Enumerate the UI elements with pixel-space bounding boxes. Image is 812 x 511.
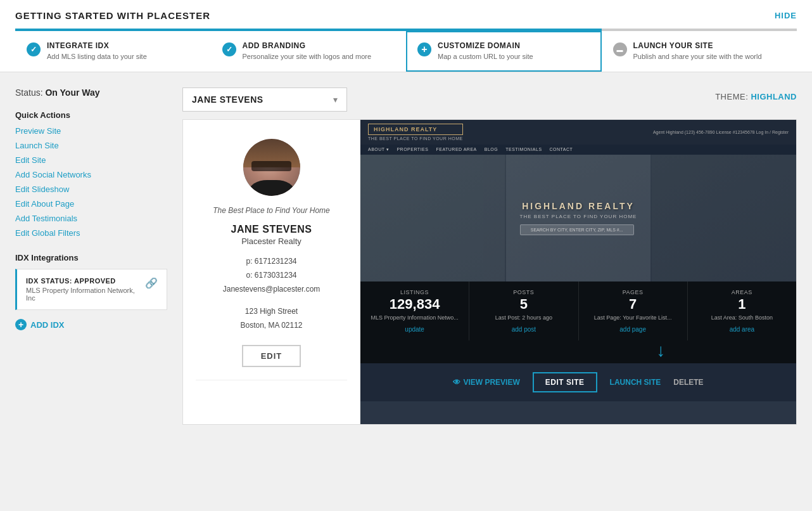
profile-address: 123 High Street Boston, MA 02112	[240, 305, 302, 332]
idx-integrations-section: IDX Integrations IDX STATUS: APPROVED ML…	[15, 253, 167, 330]
stat-listings-number: 129,834	[390, 297, 440, 311]
hide-button[interactable]: HIDE	[775, 11, 797, 20]
quick-link-add-testimonials[interactable]: Add Testimonials	[15, 214, 167, 223]
main-area: Status: On Your Way Quick Actions Previe…	[0, 72, 812, 482]
stat-pages-number: 7	[629, 297, 637, 311]
stat-pages-label: PAGES	[623, 289, 644, 295]
step-check-icon-1: ✓	[27, 42, 41, 56]
status-line: Status: On Your Way	[15, 87, 167, 98]
stat-posts-label: POSTS	[513, 289, 534, 295]
step-desc-3: Map a custom URL to your site	[438, 52, 533, 61]
stat-areas: AREAS 1 Last Area: South Boston add area	[688, 281, 796, 340]
idx-card-provider: MLS Property Information Network, Inc	[26, 287, 145, 302]
arrow-container: ↓	[360, 340, 796, 363]
step-add-branding[interactable]: ✓ ADD BRANDING Personalize your site wit…	[211, 31, 407, 72]
profile-company: Placester Realty	[241, 236, 301, 246]
site-selector-dropdown[interactable]: JANE STEVENS ▾	[182, 87, 347, 112]
site-selector-name: JANE STEVENS	[192, 94, 263, 105]
right-content: JANE STEVENS ▾ THEME: HIGHLAND The Be	[182, 87, 797, 467]
step-desc-2: Personalize your site with logos and mor…	[243, 52, 372, 61]
avatar-image	[243, 139, 300, 196]
quick-link-launch-site[interactable]: Launch Site	[15, 141, 167, 150]
view-preview-button[interactable]: 👁 VIEW PREVIEW	[453, 378, 519, 387]
quick-link-edit-site[interactable]: Edit Site	[15, 155, 167, 165]
fake-hero-sub: The best place to find your home	[520, 214, 637, 219]
avatar	[243, 139, 300, 196]
quick-link-preview-site[interactable]: Preview Site	[15, 126, 167, 136]
add-idx-plus-icon: +	[15, 319, 27, 330]
stat-listings-action[interactable]: update	[405, 326, 424, 333]
step-customize-domain[interactable]: + CUSTOMIZE DOMAIN Map a custom URL to y…	[406, 31, 602, 72]
quick-link-edit-about[interactable]: Edit About Page	[15, 199, 167, 209]
bottom-action-bar: 👁 VIEW PREVIEW EDIT SITE LAUNCH SITE DEL…	[360, 363, 796, 401]
step-integrate-idx[interactable]: ✓ INTEGRATE IDX Add MLS listing data to …	[15, 31, 211, 72]
stat-pages: PAGES 7 Last Page: Your Favorite List...…	[579, 281, 688, 340]
banner-title: GETTING STARTED WITH PLACESTER	[15, 10, 210, 21]
fake-hero-brand: HIGHLAND REALTY	[520, 201, 637, 211]
divider	[196, 380, 347, 380]
stat-areas-number: 1	[738, 297, 745, 311]
site-preview-container: The Best Place to Find Your Home JANE ST…	[182, 119, 797, 425]
chevron-down-icon: ▾	[333, 94, 338, 105]
stat-areas-label: AREAS	[732, 289, 752, 295]
stat-areas-desc: Last Area: South Boston	[711, 314, 773, 322]
fake-hero: HIGHLAND REALTY The best place to find y…	[360, 155, 796, 281]
delete-button[interactable]: DELETE	[673, 378, 703, 387]
stat-pages-action[interactable]: add page	[619, 326, 646, 333]
launch-site-button[interactable]: LAUNCH SITE	[610, 378, 661, 387]
fake-search-bar: SEARCH BY CITY, ENTER CITY, ZIP, MLS #..…	[520, 224, 634, 235]
profile-tagline: The Best Place to Find Your Home	[213, 206, 330, 215]
stat-pages-desc: Last Page: Your Favorite List...	[594, 314, 672, 322]
idx-link-icon[interactable]: 🔗	[145, 277, 158, 289]
step-check-icon-2: ✓	[222, 42, 236, 56]
eye-icon: 👁	[453, 378, 460, 387]
theme-name: HIGHLAND	[751, 92, 797, 101]
fake-site-header: HIGHLAND REALTY THE BEST PLACE TO FIND Y…	[360, 120, 796, 145]
step-desc-4: Publish and share your site with the wor…	[633, 52, 762, 61]
edit-site-button[interactable]: EDIT SITE	[533, 372, 597, 392]
idx-integrations-heading: IDX Integrations	[15, 253, 167, 262]
quick-actions-heading: Quick Actions	[15, 110, 167, 120]
profile-edit-button[interactable]: EDIT	[242, 345, 301, 367]
stat-listings: LISTINGS 129,834 MLS Property Informatio…	[360, 281, 469, 340]
quick-link-add-social[interactable]: Add Social Networks	[15, 170, 167, 179]
idx-card-status: IDX STATUS: APPROVED	[26, 277, 145, 285]
step-launch-site[interactable]: ▬ LAUNCH YOUR SITE Publish and share you…	[602, 31, 797, 72]
profile-contact: p: 6171231234 o: 6173031234 Janestevens@…	[223, 255, 320, 296]
stat-posts-action[interactable]: add post	[512, 326, 536, 333]
fake-site-nav-bar: ABOUT ▾ PROPERTIES FEATURED AREA BLOG TE…	[360, 145, 796, 155]
stat-areas-action[interactable]: add area	[730, 326, 754, 333]
stat-posts-desc: Last Post: 2 hours ago	[495, 314, 552, 322]
step-title-4: LAUNCH YOUR SITE	[633, 41, 762, 50]
quick-link-edit-global[interactable]: Edit Global Filters	[15, 228, 167, 238]
step-desc-1: Add MLS listing data to your site	[47, 52, 147, 61]
profile-name: JANE STEVENS	[231, 224, 312, 235]
add-idx-label: ADD IDX	[30, 320, 64, 330]
top-controls-row: JANE STEVENS ▾ THEME: HIGHLAND	[182, 87, 797, 112]
quick-link-edit-slideshow[interactable]: Edit Slideshow	[15, 184, 167, 194]
idx-card: IDX STATUS: APPROVED MLS Property Inform…	[15, 269, 167, 310]
theme-display: THEME: HIGHLAND	[715, 92, 797, 101]
step-plus-icon: +	[417, 42, 431, 56]
step-title-2: ADD BRANDING	[243, 41, 372, 50]
stat-listings-label: LISTINGS	[400, 289, 429, 295]
stats-bar: LISTINGS 129,834 MLS Property Informatio…	[360, 281, 796, 340]
getting-started-banner: GETTING STARTED WITH PLACESTER HIDE ✓ IN…	[0, 0, 812, 72]
fake-site-nav-right: Agent Highland (123) 456-7890 License #1…	[653, 130, 789, 134]
stat-posts-number: 5	[520, 297, 528, 311]
stat-listings-desc: MLS Property Information Netwo...	[371, 314, 459, 322]
steps-container: ✓ INTEGRATE IDX Add MLS listing data to …	[15, 31, 797, 72]
status-value: On Your Way	[45, 87, 99, 98]
add-idx-button[interactable]: + ADD IDX	[15, 319, 167, 330]
step-title-1: INTEGRATE IDX	[47, 41, 147, 50]
left-sidebar: Status: On Your Way Quick Actions Previe…	[15, 87, 167, 467]
down-arrow-icon: ↓	[657, 340, 666, 363]
profile-card: The Best Place to Find Your Home JANE ST…	[183, 120, 360, 424]
stat-posts: POSTS 5 Last Post: 2 hours ago add post	[469, 281, 578, 340]
step-chat-icon: ▬	[613, 42, 627, 56]
preview-panel: HIGHLAND REALTY THE BEST PLACE TO FIND Y…	[360, 120, 796, 424]
step-title-3: CUSTOMIZE DOMAIN	[438, 41, 533, 50]
fake-site-logo: HIGHLAND REALTY	[368, 124, 463, 135]
fake-site-tagline: THE BEST PLACE TO FIND YOUR HOME	[368, 136, 463, 141]
